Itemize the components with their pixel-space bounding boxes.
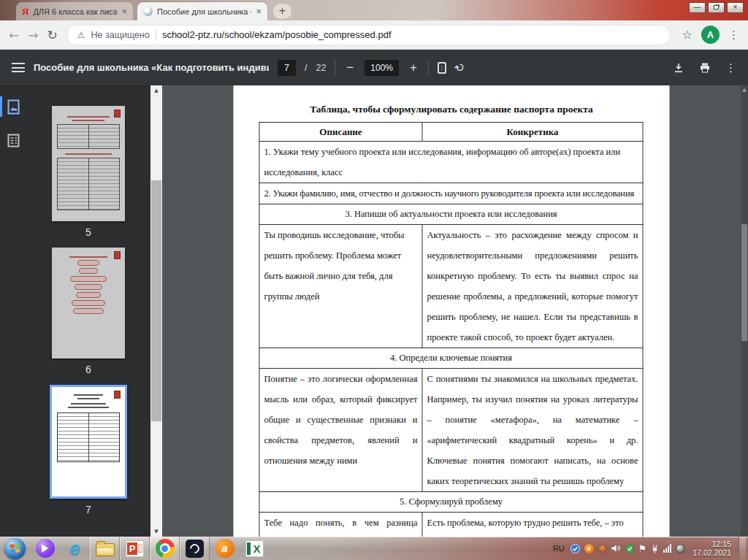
powerpoint-letter: P — [127, 542, 137, 555]
page-total: 22 — [316, 63, 326, 73]
url-divider — [156, 29, 156, 41]
table-row: 4. Определи ключевые понятия — [259, 348, 643, 369]
avast-icon: a — [215, 539, 234, 558]
pdf-toolbar: Пособие для школьника «Как подготовить и… — [0, 50, 748, 85]
table-cell: С понятиями ты знакомился на школьных пр… — [422, 369, 643, 492]
table-row: 3. Напиши об актуальности проекта или ис… — [259, 204, 643, 225]
clock-time: 12:15 — [692, 540, 731, 548]
thumbnail-label: 5 — [85, 226, 91, 238]
gauge-icon — [186, 540, 204, 558]
header-cell: Описание — [259, 123, 422, 142]
rotate-icon[interactable]: ↻ — [451, 59, 468, 76]
new-tab-button[interactable]: + — [273, 4, 291, 19]
taskbar-powerpoint[interactable]: P — [120, 537, 150, 560]
utility-sphere-icon[interactable] — [676, 544, 685, 553]
taskbar-gauge-app[interactable] — [180, 537, 210, 560]
thumbnail-page-6[interactable] — [52, 248, 125, 358]
tab-yandex-search[interactable]: Я ДЛЯ 6 класса как писать исслед × — [16, 2, 133, 20]
document-scrollbar[interactable]: ▲ — [741, 85, 748, 537]
back-icon[interactable]: ← — [9, 28, 19, 42]
table-cell: Тебе надо понять, в чем разница между — [259, 513, 422, 537]
scrollbar-thumb[interactable] — [741, 224, 747, 341]
excel-letter: X — [251, 542, 262, 555]
restore-button[interactable] — [708, 2, 725, 13]
tab-strip: Я ДЛЯ 6 класса как писать исслед × Пособ… — [0, 0, 748, 20]
table-cell: 5. Сформулируй проблему — [259, 492, 643, 513]
bookmark-star-icon[interactable]: ☆ — [682, 28, 692, 42]
outline-view-button[interactable] — [0, 128, 26, 153]
tab-close-icon[interactable]: × — [256, 7, 262, 16]
page-stamp — [114, 110, 121, 118]
thumb-graphic — [57, 124, 120, 149]
tab-pdf-posobie[interactable]: Пособие для школьника «Как п × — [137, 2, 267, 20]
thumb-graphic — [72, 120, 104, 121]
action-center-flag-icon[interactable]: ⚑ — [638, 543, 647, 554]
pdf-document-title: Пособие для школьника «Как подготовить и… — [34, 62, 269, 73]
thumbnail-scrollbar[interactable]: ▲ ▼ — [150, 85, 162, 537]
scroll-down-icon[interactable]: ▼ — [150, 526, 162, 537]
document-table-title: Таблица, чтобы сформулировать содержание… — [234, 104, 670, 115]
update-cube-icon[interactable] — [598, 545, 606, 553]
language-indicator[interactable]: RU — [553, 544, 565, 553]
table-cell: Ты проводишь исследование, чтобы решить … — [259, 225, 422, 348]
reload-icon[interactable]: ↻ — [47, 28, 58, 42]
thumb-graphic — [77, 260, 99, 266]
taskbar-excel[interactable]: X — [240, 537, 270, 560]
thumbnail-page-5[interactable] — [52, 106, 125, 221]
taskbar-internet-explorer[interactable]: e — [60, 537, 90, 560]
table-row: Понятие – это логически оформленная мысл… — [259, 369, 643, 492]
speaker-icon[interactable] — [611, 544, 621, 553]
browser-menu-icon[interactable]: ⋮ — [728, 28, 739, 42]
thumb-graphic — [76, 292, 101, 298]
defender-shield-icon[interactable] — [625, 544, 634, 553]
close-button[interactable]: × — [727, 2, 744, 13]
pdf-viewer: 5 6 7 — [0, 85, 748, 537]
thumb-graphic — [73, 308, 104, 314]
taskbar-clock[interactable]: 12:15 17.02.2021 — [692, 540, 731, 557]
url-text[interactable]: school2-ptz.ru/school/ekzam/posobie_comp… — [162, 29, 392, 40]
avast-tray-icon[interactable]: a — [584, 544, 594, 553]
page-stamp — [114, 251, 121, 259]
pdf-more-icon[interactable]: ⋮ — [725, 61, 736, 74]
powerpoint-slide — [138, 544, 142, 553]
thumbnail-page-7-selected[interactable] — [50, 385, 127, 499]
zoom-level[interactable]: 100% — [365, 60, 399, 76]
profile-avatar[interactable]: A — [701, 26, 720, 44]
not-secure-warning-icon[interactable]: ⚠ — [77, 30, 85, 40]
taskbar-yandex-alice[interactable] — [30, 537, 60, 560]
security-check-icon[interactable] — [570, 544, 580, 553]
forward-icon[interactable]: → — [28, 28, 38, 42]
zoom-out-button[interactable]: − — [344, 61, 356, 75]
start-button[interactable] — [0, 537, 30, 560]
thumbnails-view-button[interactable] — [0, 94, 26, 119]
thumb-graphic — [67, 116, 110, 118]
table-cell: Актуальность – это расхождение между спр… — [422, 225, 643, 348]
table-header-row: Описание Конкретика — [259, 123, 643, 142]
taskbar-avast[interactable]: a — [210, 537, 240, 560]
show-desktop-button[interactable] — [739, 537, 746, 560]
page-number-input[interactable]: 7 — [278, 60, 296, 76]
network-signal-icon[interactable] — [663, 544, 671, 553]
scroll-up-icon[interactable]: ▲ — [741, 87, 748, 93]
scrollbar-thumb[interactable] — [151, 180, 161, 421]
pdf-menu-icon[interactable] — [12, 63, 25, 72]
system-tray: RU a ⚑ 12:15 17.02.2021 — [553, 537, 748, 560]
zoom-in-button[interactable]: + — [408, 61, 419, 75]
scroll-up-icon[interactable]: ▲ — [150, 85, 162, 96]
address-toolbar: ← → ↻ ⚠ Не защищено school2-ptz.ru/schoo… — [0, 20, 748, 50]
fit-page-icon[interactable]: : — [438, 62, 446, 74]
tab-close-icon[interactable]: × — [121, 7, 127, 16]
excel-icon: X — [245, 540, 264, 557]
taskbar-chrome[interactable] — [150, 537, 180, 560]
download-icon[interactable] — [673, 62, 684, 74]
taskbar-file-explorer[interactable] — [90, 537, 120, 560]
print-icon[interactable] — [699, 62, 711, 74]
power-plug-icon[interactable] — [651, 544, 659, 553]
minimize-button[interactable]: — — [689, 2, 706, 13]
thumbnails-icon — [7, 99, 20, 115]
table-row: Ты проводишь исследование, чтобы решить … — [259, 225, 643, 348]
page-stamp — [114, 391, 121, 399]
thumb-graphic — [70, 276, 107, 282]
url-bar[interactable]: ⚠ Не защищено school2-ptz.ru/school/ekza… — [66, 25, 671, 45]
security-label: Не защищено — [91, 30, 150, 40]
